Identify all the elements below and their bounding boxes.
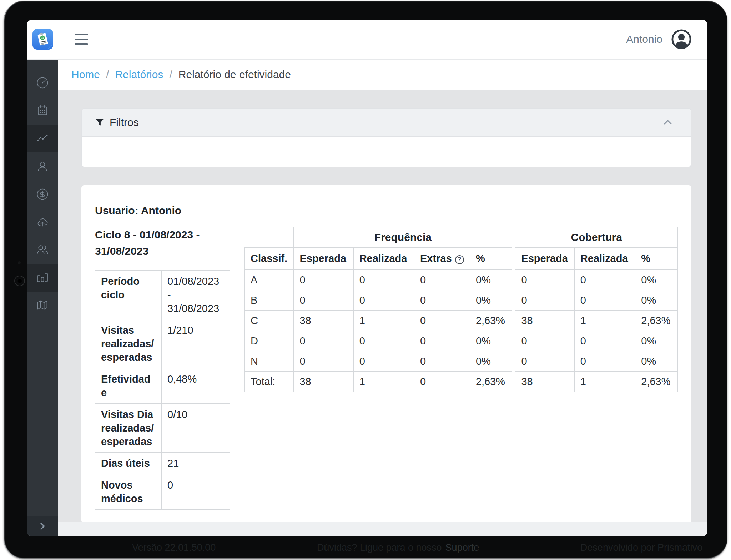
frequencia-table: Frequência Classif. Esperada Realizada E… — [244, 227, 512, 392]
chevron-up-icon[interactable] — [661, 116, 674, 129]
frequencia-group-header: Frequência — [294, 227, 512, 248]
data-cell: 0% — [635, 351, 678, 372]
report-summary-column: Ciclo 8 - 01/08/2023 - 31/08/2023 Períod… — [95, 226, 230, 510]
data-cell: 0 — [574, 290, 635, 311]
data-cell: 0 — [414, 270, 470, 290]
developer-label: Desenvolvido por Prismativo — [580, 542, 702, 553]
info-label-cell: Visitas Dia realizadas/esperadas — [95, 404, 162, 453]
data-cell: 0 — [574, 351, 635, 372]
data-cell: 38 — [294, 372, 353, 392]
info-row: Visitas realizadas/esperadas1/210 — [95, 319, 230, 368]
column-header: Esperada — [515, 248, 574, 270]
info-row: Período ciclo01/08/2023 - 31/08/2023 — [95, 271, 230, 319]
table-row: B0000% — [245, 290, 512, 311]
data-cell: 0% — [635, 331, 678, 351]
info-value-cell: 0,48% — [162, 368, 230, 404]
empty-corner-cell — [245, 227, 294, 248]
classif-column-header: Classif. — [245, 248, 294, 270]
trend-chart-icon — [35, 131, 50, 146]
breadcrumb: Home / Relatórios / Relatório de efetivi… — [58, 60, 707, 90]
sidebar-item-sync[interactable] — [27, 208, 58, 236]
table-row: 3812,63% — [515, 372, 678, 392]
info-row: Visitas Dia realizadas/esperadas0/10 — [95, 404, 230, 453]
column-header: % — [470, 248, 512, 270]
info-value-cell: 0 — [162, 474, 230, 510]
breadcrumb-home[interactable]: Home — [71, 69, 100, 81]
data-cell: 0 — [353, 351, 414, 372]
report-tables: Frequência Classif. Esperada Realizada E… — [244, 227, 678, 392]
data-cell: 0 — [294, 290, 353, 311]
users-icon — [35, 243, 50, 257]
map-icon — [35, 298, 50, 313]
data-cell: C — [245, 311, 294, 331]
data-cell: 0 — [353, 331, 414, 351]
info-value-cell: 0/10 — [162, 404, 230, 453]
dollar-icon — [35, 187, 50, 201]
calendar-icon — [35, 104, 50, 118]
info-table: Período ciclo01/08/2023 - 31/08/2023Visi… — [95, 270, 230, 510]
cloud-upload-icon — [35, 215, 50, 229]
gauge-icon — [35, 76, 50, 90]
breadcrumb-relatorios[interactable]: Relatórios — [115, 69, 163, 81]
sidebar-item-team[interactable] — [27, 236, 58, 264]
data-cell: 2,63% — [470, 372, 512, 392]
breadcrumb-current-page: Relatório de efetividade — [178, 69, 291, 81]
table-row: D0000% — [245, 331, 512, 351]
data-cell: 0 — [414, 311, 470, 331]
info-value-cell: 1/210 — [162, 319, 230, 368]
menu-hamburger-icon[interactable] — [72, 31, 90, 47]
info-row: Dias úteis21 — [95, 453, 230, 474]
cobertura-group-header: Cobertura — [515, 227, 678, 248]
top-header: Antonio — [27, 20, 707, 60]
info-value-cell: 21 — [162, 453, 230, 474]
data-cell: 0 — [574, 270, 635, 290]
data-cell: 0 — [574, 331, 635, 351]
data-cell: 0 — [353, 290, 414, 311]
username-label: Antonio — [626, 33, 662, 45]
data-cell: 0% — [635, 290, 678, 311]
data-cell: 1 — [353, 311, 414, 331]
device-footer: Versão 22.01.50.00 Dúvidas? Ligue para o… — [132, 542, 702, 553]
data-cell: B — [245, 290, 294, 311]
page-content: Filtros Usuario: Antonio Ciclo 8 - 0 — [58, 90, 707, 522]
filters-toggle[interactable]: Filtros — [82, 109, 691, 137]
data-cell: 0% — [470, 290, 512, 311]
chevron-right-icon — [37, 521, 48, 531]
sidebar-expand-button[interactable] — [27, 516, 58, 536]
funnel-icon — [95, 118, 105, 127]
report-card: Usuario: Antonio Ciclo 8 - 01/08/2023 - … — [81, 185, 691, 522]
sidebar-item-map[interactable] — [27, 292, 58, 319]
filters-panel: Filtros — [81, 108, 691, 167]
column-header-extras: Extras? — [414, 248, 470, 270]
sidebar-item-reports[interactable] — [27, 125, 58, 152]
sidebar-item-dashboard[interactable] — [27, 69, 58, 97]
info-label-cell: Período ciclo — [95, 271, 162, 319]
sidebar-item-statistics[interactable] — [27, 264, 58, 292]
data-cell: 0 — [414, 351, 470, 372]
table-row: 000% — [515, 290, 678, 311]
filters-body — [82, 137, 691, 167]
help-icon[interactable]: ? — [455, 255, 464, 264]
table-row: N0000% — [245, 351, 512, 372]
data-cell: 0 — [353, 270, 414, 290]
data-cell: 0 — [414, 290, 470, 311]
table-row: Total:38102,63% — [245, 372, 512, 392]
version-label: Versão 22.01.50.00 — [132, 542, 216, 553]
info-value-cell: 01/08/2023 - 31/08/2023 — [162, 271, 230, 319]
data-cell: 0 — [414, 331, 470, 351]
breadcrumb-separator: / — [106, 69, 109, 81]
sidebar-item-agenda[interactable] — [27, 97, 58, 125]
data-cell: 0% — [635, 270, 678, 290]
data-cell: 0% — [470, 351, 512, 372]
info-row: Efetividade0,48% — [95, 368, 230, 404]
app-screen: Antonio — [27, 20, 707, 536]
sidebar-item-finance[interactable] — [27, 180, 58, 208]
data-cell: 0 — [515, 351, 574, 372]
filters-label: Filtros — [110, 116, 139, 128]
user-avatar-icon[interactable] — [671, 29, 692, 50]
data-cell: Total: — [245, 372, 294, 392]
report-cycle-heading: Ciclo 8 - 01/08/2023 - 31/08/2023 — [95, 227, 228, 259]
sidebar-nav — [27, 60, 58, 536]
info-label-cell: Novos médicos — [95, 474, 162, 510]
sidebar-item-clients[interactable] — [27, 152, 58, 180]
